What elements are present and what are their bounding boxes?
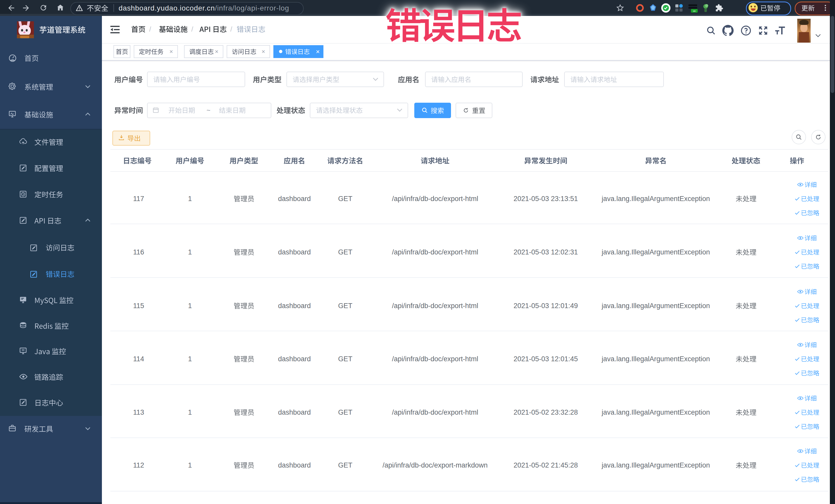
- svg-text:on: on: [693, 10, 696, 12]
